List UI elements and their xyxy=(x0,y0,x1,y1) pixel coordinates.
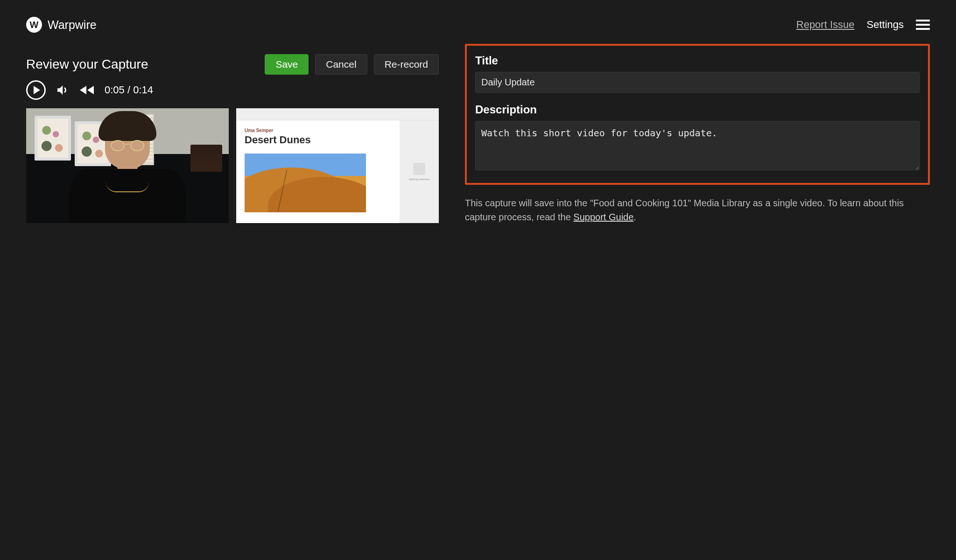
title-row: Review your Capture Save Cancel Re-recor… xyxy=(26,54,439,75)
play-icon xyxy=(26,80,46,100)
description-label: Description xyxy=(475,103,920,116)
timecode: 0:05 / 0:14 xyxy=(105,84,153,96)
page-title: Review your Capture xyxy=(26,57,148,72)
paint-roller-icon xyxy=(413,163,425,175)
header: W Warpwire Report Issue Settings xyxy=(26,17,930,33)
support-guide-link[interactable]: Support Guide xyxy=(573,212,633,222)
svg-marker-2 xyxy=(87,86,94,94)
play-button[interactable] xyxy=(26,80,46,100)
player-controls: 0:05 / 0:14 xyxy=(26,80,439,100)
webcam-preview[interactable] xyxy=(26,108,229,223)
save-button[interactable]: Save xyxy=(265,54,309,75)
screen-toolbar-decor xyxy=(236,108,439,120)
slide-title: Desert Dunes xyxy=(245,134,391,146)
brand-name: Warpwire xyxy=(48,18,97,32)
slide-area: Uma Semper Desert Dunes xyxy=(236,120,400,223)
settings-link[interactable]: Settings xyxy=(867,19,904,31)
slide-photo xyxy=(245,154,366,212)
svg-marker-0 xyxy=(57,85,63,95)
person-illustration xyxy=(69,131,186,223)
form-panel-highlight: Title Description xyxy=(465,44,930,185)
rewind-button[interactable] xyxy=(78,84,95,97)
title-input[interactable] xyxy=(475,72,920,93)
hamburger-menu-icon[interactable] xyxy=(916,20,930,30)
report-issue-link[interactable]: Report Issue xyxy=(796,19,855,31)
slide-side-panel: Nothing selected xyxy=(400,120,439,223)
help-text-before: This capture will save into the "Food an… xyxy=(465,198,904,222)
rerecord-button[interactable]: Re-record xyxy=(374,54,439,75)
header-right: Report Issue Settings xyxy=(796,19,930,31)
action-buttons: Save Cancel Re-record xyxy=(265,54,439,75)
slide-author: Uma Semper xyxy=(245,128,391,133)
description-input[interactable] xyxy=(475,121,920,170)
brand-logo-icon: W xyxy=(26,17,42,33)
thumbnails: Uma Semper Desert Dunes Nothing selected xyxy=(26,108,439,223)
app-root: W Warpwire Report Issue Settings Review … xyxy=(0,0,956,560)
shelf-decor xyxy=(190,145,222,172)
left-column: Review your Capture Save Cancel Re-recor… xyxy=(26,54,439,223)
help-text: This capture will save into the "Food an… xyxy=(465,196,930,224)
svg-marker-1 xyxy=(80,86,86,94)
cancel-button[interactable]: Cancel xyxy=(315,54,367,75)
title-label: Title xyxy=(475,54,920,67)
slide-side-caption: Nothing selected xyxy=(409,178,430,181)
main: Review your Capture Save Cancel Re-recor… xyxy=(26,54,930,224)
screen-preview[interactable]: Uma Semper Desert Dunes Nothing selected xyxy=(236,108,439,223)
right-column: Title Description This capture will save… xyxy=(465,54,930,224)
volume-icon xyxy=(55,83,69,97)
brand: W Warpwire xyxy=(26,17,97,33)
help-text-after: . xyxy=(633,212,636,222)
volume-button[interactable] xyxy=(55,83,69,97)
screen-body: Uma Semper Desert Dunes Nothing selected xyxy=(236,120,439,223)
rewind-icon xyxy=(78,84,95,97)
